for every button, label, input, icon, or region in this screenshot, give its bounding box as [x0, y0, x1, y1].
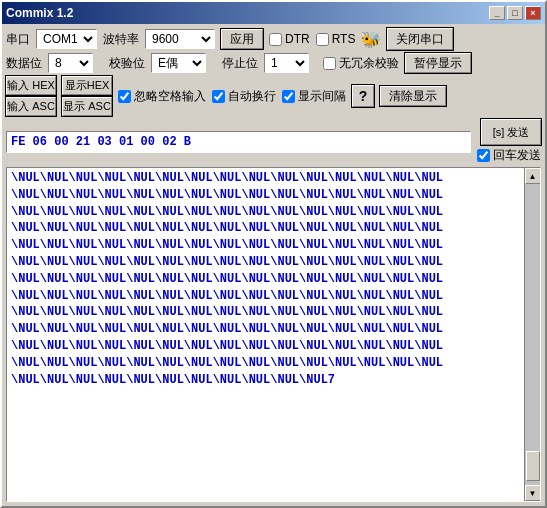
title-bar-buttons: _ □ × [489, 6, 541, 20]
port-label: 串口 [6, 31, 30, 48]
rts-checkbox-label[interactable]: RTS [316, 32, 356, 46]
checkbits-label: 校验位 [109, 55, 145, 72]
apply-button[interactable]: 应用 [221, 29, 263, 49]
auto-wrap-label[interactable]: 自动换行 [212, 88, 276, 105]
dtr-label: DTR [285, 32, 310, 46]
scroll-track[interactable] [525, 184, 541, 485]
input-hex-button[interactable]: 输入 HEX [6, 76, 56, 95]
row-input: [s] 发送 回车发送 [6, 119, 541, 164]
stopbits-label: 停止位 [222, 55, 258, 72]
databits-label: 数据位 [6, 55, 42, 72]
ignore-space-label[interactable]: 忽略空格输入 [118, 88, 206, 105]
send-col: [s] 发送 回车发送 [477, 119, 541, 164]
output-text[interactable]: \NUL\NUL\NUL\NUL\NUL\NUL\NUL\NUL\NUL\NUL… [7, 168, 524, 501]
databits-select[interactable]: 8 7 6 5 [48, 53, 93, 73]
checkbits-select[interactable]: E偶 O奇 N无 S空 M标 [151, 53, 206, 73]
main-window: Commix 1.2 _ □ × 串口 COM1 COM2 COM3 COM4 … [0, 0, 547, 508]
dtr-checkbox[interactable] [269, 33, 282, 46]
help-button[interactable]: ? [352, 85, 374, 107]
ignore-space-checkbox[interactable] [118, 90, 131, 103]
row-port: 串口 COM1 COM2 COM3 COM4 波特率 9600 4800 192… [6, 28, 541, 50]
scroll-up-button[interactable]: ▲ [525, 168, 541, 184]
enter-send-text: 回车发送 [493, 147, 541, 164]
rts-checkbox[interactable] [316, 33, 329, 46]
title-bar: Commix 1.2 _ □ × [2, 2, 545, 24]
show-interval-checkbox[interactable] [282, 90, 295, 103]
scroll-down-button[interactable]: ▼ [525, 485, 541, 501]
no-extra-check-label[interactable]: 无冗余校验 [323, 55, 399, 72]
ignore-space-text: 忽略空格输入 [134, 88, 206, 105]
stopbits-select[interactable]: 1 1.5 2 [264, 53, 309, 73]
row-databits: 数据位 8 7 6 5 校验位 E偶 O奇 N无 S空 M标 停止位 1 1.5… [6, 53, 541, 73]
rts-label: RTS [332, 32, 356, 46]
input-field[interactable] [6, 131, 471, 153]
dtr-checkbox-label[interactable]: DTR [269, 32, 310, 46]
minimize-button[interactable]: _ [489, 6, 505, 20]
scroll-thumb[interactable] [526, 451, 540, 481]
hex-btn-group: 输入 HEX 输入 ASC [6, 76, 56, 116]
window-title: Commix 1.2 [6, 6, 73, 20]
send-button[interactable]: [s] 发送 [481, 119, 541, 145]
enter-send-checkbox[interactable] [477, 149, 490, 162]
baud-select[interactable]: 9600 4800 19200 38400 115200 [145, 29, 215, 49]
scrollbar-vertical[interactable]: ▲ ▼ [524, 168, 540, 501]
auto-wrap-checkbox[interactable] [212, 90, 225, 103]
port-select[interactable]: COM1 COM2 COM3 COM4 [36, 29, 97, 49]
content-area: 串口 COM1 COM2 COM3 COM4 波特率 9600 4800 192… [2, 24, 545, 506]
auto-wrap-text: 自动换行 [228, 88, 276, 105]
no-extra-checkbox[interactable] [323, 57, 336, 70]
show-interval-text: 显示间隔 [298, 88, 346, 105]
window-close-button[interactable]: × [525, 6, 541, 20]
no-extra-label: 无冗余校验 [339, 55, 399, 72]
output-area: \NUL\NUL\NUL\NUL\NUL\NUL\NUL\NUL\NUL\NUL… [6, 167, 541, 502]
pause-button[interactable]: 暂停显示 [405, 53, 471, 73]
close-port-button[interactable]: 关闭串口 [387, 28, 453, 50]
row-options: 输入 HEX 输入 ASC 显示HEX 显示 ASC 忽略空格输入 自动换行 显… [6, 76, 541, 116]
maximize-button[interactable]: □ [507, 6, 523, 20]
enter-send-label[interactable]: 回车发送 [477, 147, 541, 164]
show-btn-group: 显示HEX 显示 ASC [62, 76, 112, 116]
bee-icon: 🐝 [361, 30, 381, 49]
baud-label: 波特率 [103, 31, 139, 48]
show-asc-button[interactable]: 显示 ASC [62, 97, 112, 116]
show-hex-button[interactable]: 显示HEX [62, 76, 112, 95]
input-asc-button[interactable]: 输入 ASC [6, 97, 56, 116]
show-interval-label[interactable]: 显示间隔 [282, 88, 346, 105]
clear-button[interactable]: 清除显示 [380, 86, 446, 106]
